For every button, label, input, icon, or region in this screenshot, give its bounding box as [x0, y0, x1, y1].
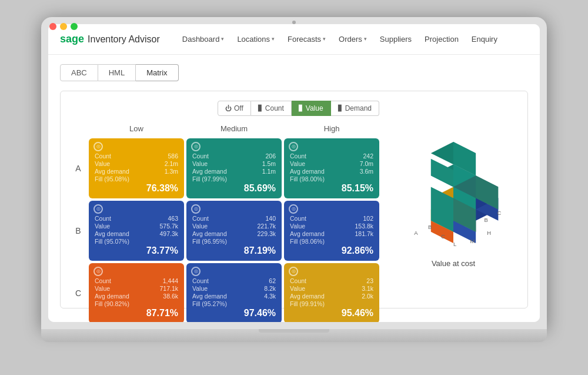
cell-stats: Count586 Value2.1m Avg demand1.3m Fill (… — [95, 152, 178, 194]
cell-a-medium[interactable]: Count206 Value1.5m Avg demand1.1m Fill (… — [186, 138, 282, 198]
logo-sage: sage — [60, 33, 84, 45]
maximize-button[interactable] — [71, 23, 78, 30]
cell-c-high[interactable]: Count23 Value3.1k Avg demand2.0k Fill (9… — [284, 263, 379, 322]
stat-value: Value153.8k — [290, 223, 373, 230]
cell-icon — [191, 267, 201, 276]
cell-stats: Count62 Value8.2k Avg demand4.3k Fill (9… — [192, 277, 276, 318]
stat-fill-big: 76.38% — [95, 183, 178, 194]
bar-chart-icon: ▊ — [338, 105, 343, 111]
stat-fill-big: 87.71% — [95, 308, 178, 318]
tab-hml[interactable]: HML — [98, 64, 136, 81]
nav-suppliers[interactable]: Suppliers — [374, 31, 417, 47]
stat-fill-big: 97.46% — [192, 308, 276, 318]
cell-icon — [93, 142, 103, 151]
toggle-value[interactable]: ▊ Value — [292, 101, 331, 116]
col-header-high: High — [284, 122, 379, 136]
row-header-b: B — [70, 201, 86, 261]
camera-dot — [292, 21, 296, 24]
stat-value: Value8.2k — [192, 285, 276, 292]
nav-items: Dashboard ▾ Locations ▾ Forecasts ▾ Orde… — [176, 31, 528, 47]
screen-content: sage Inventory Advisor Dashboard ▾ Locat… — [48, 24, 540, 322]
stat-fill: Fill (95.07%) — [95, 238, 178, 245]
nav-orders[interactable]: Orders ▾ — [333, 31, 373, 47]
power-icon: ⏻ — [225, 105, 232, 112]
view-toggle: ⏻ Off ▊ Count ▊ Value ▊ Demand — [218, 101, 379, 116]
stat-avg: Avg demand1.1m — [192, 168, 276, 175]
laptop-base — [41, 329, 547, 342]
axis-label-b-right: B — [485, 217, 488, 223]
chevron-down-icon: ▾ — [221, 36, 224, 42]
row-header-a: A — [70, 138, 86, 198]
axis-label-l: L — [453, 241, 456, 247]
col-header-medium: Medium — [186, 122, 282, 136]
stat-avg: Avg demand38.6k — [95, 293, 178, 300]
row-header-c: C — [70, 263, 86, 322]
cell-icon — [289, 204, 298, 214]
bar-chart-icon: ▊ — [258, 105, 263, 111]
stat-count: Count23 — [290, 277, 373, 284]
chevron-down-icon: ▾ — [272, 36, 275, 42]
cell-stats: Count23 Value3.1k Avg demand2.0k Fill (9… — [290, 277, 373, 318]
cell-stats: Count206 Value1.5m Avg demand1.1m Fill (… — [192, 152, 276, 194]
cell-b-low[interactable]: Count463 Value575.7k Avg demand497.3k Fi… — [89, 201, 184, 261]
stat-avg: Avg demand2.0k — [290, 293, 373, 300]
cell-icon — [289, 267, 298, 276]
stat-count: Count463 — [95, 215, 178, 222]
stat-value: Value717.1k — [95, 285, 178, 292]
tab-abc[interactable]: ABC — [60, 64, 98, 81]
cell-icon — [289, 142, 298, 151]
col-header-empty — [70, 122, 86, 136]
stat-fill: Fill (98.06%) — [290, 238, 373, 245]
toggle-demand[interactable]: ▊ Demand — [331, 101, 379, 116]
nav-enquiry[interactable]: Enquiry — [466, 31, 503, 47]
chart-label: Value at cost — [432, 259, 475, 268]
chevron-down-icon: ▾ — [364, 36, 367, 42]
toggle-count[interactable]: ▊ Count — [251, 101, 292, 116]
top-nav: sage Inventory Advisor Dashboard ▾ Locat… — [48, 24, 540, 55]
stat-fill-big: 95.46% — [290, 308, 373, 318]
nav-forecasts[interactable]: Forecasts ▾ — [282, 31, 332, 47]
stat-avg: Avg demand1.3m — [95, 168, 178, 175]
stat-value: Value575.7k — [95, 223, 178, 230]
tab-matrix[interactable]: Matrix — [136, 64, 178, 81]
toggle-off[interactable]: ⏻ Off — [218, 101, 251, 116]
cell-icon — [191, 142, 201, 151]
axis-label-a: A — [414, 230, 418, 236]
col-header-low: Low — [89, 122, 184, 136]
cell-c-medium[interactable]: Count62 Value8.2k Avg demand4.3k Fill (9… — [186, 263, 282, 322]
cell-a-high[interactable]: Count242 Value7.0m Avg demand3.6m Fill (… — [284, 138, 379, 198]
stat-fill: Fill (95.08%) — [95, 175, 178, 182]
cell-stats: Count1,444 Value717.1k Avg demand38.6k F… — [95, 277, 178, 318]
nav-projection[interactable]: Projection — [419, 31, 465, 47]
close-button[interactable] — [49, 23, 56, 30]
cell-c-low[interactable]: Count1,444 Value717.1k Avg demand38.6k F… — [89, 263, 184, 322]
cell-stats: Count242 Value7.0m Avg demand3.6m Fill (… — [290, 152, 373, 194]
stat-fill: Fill (98.00%) — [290, 175, 373, 182]
stat-fill-big: 85.15% — [290, 183, 373, 194]
stat-avg: Avg demand229.3k — [192, 230, 276, 237]
bar-chart-icon: ▊ — [299, 105, 303, 111]
axis-label-b-left: B — [428, 224, 432, 230]
stat-value: Value221.7k — [192, 223, 276, 230]
axis-label-c-right: C — [497, 210, 501, 216]
stat-fill: Fill (99.91%) — [290, 300, 373, 307]
cell-b-medium[interactable]: Count140 Value221.7k Avg demand229.3k Fi… — [186, 201, 282, 261]
main-content: ABC HML Matrix ⏻ Off — [48, 55, 540, 322]
stat-count: Count586 — [95, 152, 178, 160]
stat-value: Value3.1k — [290, 285, 373, 292]
chart-area: A B C B C L M H Value at cost — [389, 101, 518, 298]
cell-b-high[interactable]: Count102 Value153.8k Avg demand181.7k Fi… — [284, 201, 379, 261]
stat-fill-big: 92.86% — [290, 245, 373, 256]
nav-locations[interactable]: Locations ▾ — [231, 31, 280, 47]
stat-avg: Avg demand181.7k — [290, 230, 373, 237]
tab-bar: ABC HML Matrix — [60, 64, 528, 81]
stat-value: Value2.1m — [95, 160, 178, 167]
laptop-shell: sage Inventory Advisor Dashboard ▾ Locat… — [41, 17, 547, 359]
axis-label-c: C — [441, 233, 445, 240]
matrix-left: ⏻ Off ▊ Count ▊ Value ▊ Demand — [70, 101, 379, 298]
cell-a-low[interactable]: Count586 Value2.1m Avg demand1.3m Fill (… — [89, 138, 184, 198]
minimize-button[interactable] — [60, 23, 67, 30]
stat-fill-big: 73.77% — [95, 245, 178, 256]
app-window: sage Inventory Advisor Dashboard ▾ Locat… — [48, 24, 540, 322]
nav-dashboard[interactable]: Dashboard ▾ — [176, 31, 230, 47]
